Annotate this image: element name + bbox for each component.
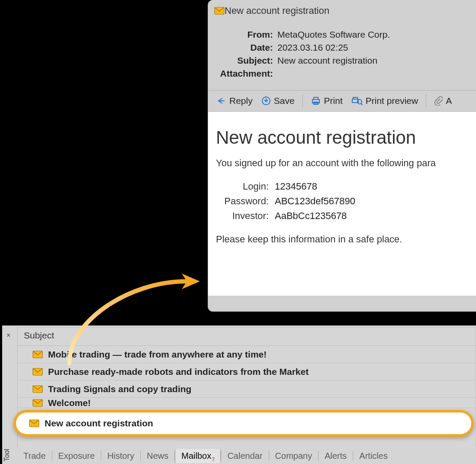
save-button[interactable]: Save [257,94,299,108]
reply-button[interactable]: Reply [212,94,257,108]
message-title: New account registration [225,5,329,16]
mail-item-subject: Welcome! [48,398,91,408]
mailbox-badge: 7 [212,456,215,463]
mail-list-item-highlighted[interactable]: New account registration [13,410,474,437]
svg-line-8 [361,103,363,105]
message-window: New account registration From: MetaQuote… [208,0,476,312]
toolbox-panel: × Tool Subject Mobile trading — trade fr… [2,325,476,464]
mail-icon [29,419,39,427]
toolbar-separator [426,94,426,107]
credentials-table: Login: 12345678 Password: ABC123def56789… [220,181,468,222]
mail-icon [32,368,43,376]
message-body: New account registration You signed up f… [208,112,476,296]
svg-rect-3 [314,97,318,100]
reply-label: Reply [229,96,253,106]
print-preview-icon [351,96,363,106]
mail-icon [32,385,43,393]
print-button[interactable]: Print [306,94,347,108]
mail-list-item[interactable]: Trading Signals and copy trading [18,380,476,398]
attach-button[interactable]: A [430,94,456,108]
mail-item-subject: Trading Signals and copy trading [48,384,191,394]
reply-icon [217,97,226,105]
svg-marker-9 [182,274,200,289]
tab-alerts[interactable]: Alerts [318,449,353,463]
mail-list-item[interactable]: Mobile trading — trade from anywhere at … [18,346,476,363]
message-header: From: MetaQuotes Software Corp. Date: 20… [208,22,476,90]
tab-mailbox-label: Mailbox [181,451,211,461]
login-label: Login: [220,181,272,192]
password-label: Password: [220,196,272,207]
mail-icon [32,351,43,358]
mail-item-subject: New account registration [45,418,153,429]
login-value: 12345678 [272,181,320,192]
print-label: Print [324,96,343,106]
print-preview-button[interactable]: Print preview [347,94,422,108]
from-value: MetaQuotes Software Corp. [277,29,390,40]
message-toolbar: Reply Save Print Print preview A [208,90,476,112]
mail-list-item[interactable]: Welcome! [18,398,476,408]
print-icon [311,96,321,106]
tab-calendar[interactable]: Calendar [221,449,268,463]
mail-list-panel: Subject Mobile trading — trade from anyw… [17,327,476,448]
toolbox-tabstrip: Trade Exposure History News Mailbox7 Cal… [17,448,476,464]
tab-news[interactable]: News [141,449,174,463]
message-titlebar[interactable]: New account registration [208,0,476,22]
toolbox-vertical-label: Tool [3,449,13,461]
subject-value: New account registration [277,55,377,66]
investor-label: Investor: [220,210,272,222]
investor-value: AaBbCc1235678 [272,210,349,222]
save-label: Save [274,96,295,106]
body-intro: You signed up for an account with the fo… [216,158,468,169]
print-preview-label: Print preview [366,96,418,106]
tab-history[interactable]: History [101,449,140,463]
tab-articles[interactable]: Articles [353,449,394,463]
tab-trade[interactable]: Trade [17,449,52,463]
save-icon [261,96,271,106]
mail-list-header[interactable]: Subject [18,328,476,346]
body-heading: New account registration [216,127,468,148]
svg-rect-6 [353,97,357,99]
paperclip-icon [434,96,443,106]
tab-company[interactable]: Company [269,449,318,463]
attach-label-fragment: A [446,96,452,106]
mail-item-subject: Mobile trading — trade from anywhere at … [48,349,267,360]
mail-list-item[interactable]: Purchase ready-made robots and indicator… [18,363,476,380]
tab-exposure[interactable]: Exposure [52,449,101,463]
mail-icon [32,399,43,407]
mail-icon [214,7,225,15]
tab-mailbox[interactable]: Mailbox7 [175,449,221,463]
safe-note: Please keep this information in a safe p… [216,234,468,245]
toolbox-close-button[interactable]: × [6,332,10,339]
attachment-label: Attachment: [217,68,277,79]
from-label: From: [217,29,277,40]
password-value: ABC123def567890 [272,196,358,207]
date-label: Date: [217,42,277,53]
subject-label: Subject: [217,55,277,66]
toolbar-separator [302,94,303,107]
mail-item-subject: Purchase ready-made robots and indicator… [48,367,309,377]
date-value: 2023.03.16 02:25 [277,42,348,53]
